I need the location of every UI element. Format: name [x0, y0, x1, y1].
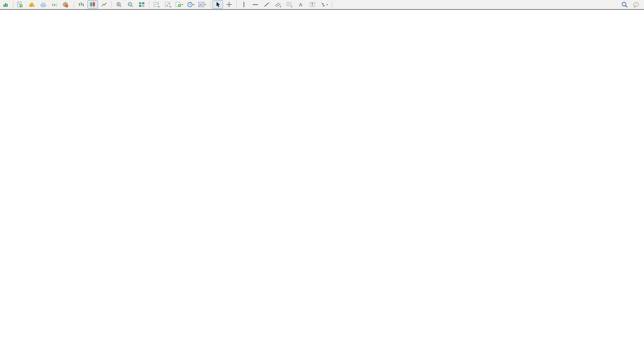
- line-chart-type-button[interactable]: [99, 0, 109, 9]
- chart-profile-button[interactable]: [197, 0, 208, 9]
- notifications-button[interactable]: [631, 0, 641, 9]
- add-indicator-icon: [176, 2, 183, 8]
- candlestick-type-button[interactable]: [87, 0, 98, 9]
- trendline-tool[interactable]: [261, 0, 272, 9]
- fibonacci-icon: F: [286, 2, 293, 8]
- new-order-button[interactable]: [15, 0, 26, 9]
- signal-button[interactable]: [49, 0, 60, 9]
- crosshair-icon: [226, 2, 232, 8]
- gold-button[interactable]: [27, 0, 37, 9]
- chart-columns-icon: [3, 2, 9, 8]
- horizontal-line-icon: [252, 2, 258, 8]
- toolbar-separator: [74, 1, 74, 8]
- horizontal-line-tool[interactable]: [250, 0, 261, 9]
- search-icon: [621, 2, 628, 8]
- clock-icon: [187, 2, 195, 8]
- svg-text:E: E: [280, 5, 281, 8]
- auto-trading-button[interactable]: [61, 0, 72, 9]
- candlestick-icon: [90, 2, 96, 8]
- indicator-chart-icon: [153, 2, 160, 8]
- community-button[interactable]: [38, 0, 49, 9]
- svg-text:T: T: [311, 2, 314, 7]
- toolbar-separator: [13, 1, 13, 8]
- chart-profile-icon: [198, 2, 207, 8]
- equidistant-channel-tool[interactable]: E: [273, 0, 283, 9]
- main-toolbar: E F A T: [0, 0, 644, 10]
- toolbar-separator: [210, 1, 210, 8]
- svg-text:F: F: [291, 6, 293, 8]
- trendline-icon: [264, 2, 270, 8]
- signal-icon: [51, 2, 58, 8]
- indicators-window-button[interactable]: [151, 0, 162, 9]
- vertical-line-tool[interactable]: [239, 0, 249, 9]
- zoom-out-button[interactable]: [125, 0, 136, 9]
- fibonacci-tool[interactable]: F: [284, 0, 295, 9]
- svg-text:A: A: [299, 2, 302, 8]
- mini-chart-icon[interactable]: [0, 0, 11, 9]
- cursor-tool-button[interactable]: [212, 0, 223, 9]
- bar-chart-type-button[interactable]: [76, 0, 87, 9]
- chat-bubble-icon: [633, 2, 639, 8]
- tile-windows-button[interactable]: [136, 0, 147, 9]
- text-icon: A: [298, 2, 304, 8]
- cloud-user-icon: [40, 2, 47, 8]
- toolbar-separator: [111, 1, 112, 8]
- text-label-icon: T: [309, 2, 315, 8]
- text-tool[interactable]: A: [296, 0, 306, 9]
- line-chart-icon: [101, 2, 107, 8]
- zoom-out-icon: [127, 2, 134, 8]
- search-button[interactable]: [619, 0, 630, 9]
- bar-chart-icon: [78, 2, 84, 8]
- toolbar-separator: [332, 1, 332, 8]
- text-label-tool[interactable]: T: [307, 0, 318, 9]
- channel-icon: E: [275, 2, 282, 8]
- arrows-tool[interactable]: [318, 0, 330, 9]
- toolbar-separator: [149, 1, 149, 8]
- add-indicator-button[interactable]: [174, 0, 185, 9]
- crosshair-tool-button[interactable]: [224, 0, 234, 9]
- indicator-list-icon: [165, 2, 171, 8]
- cursor-icon: [215, 2, 221, 8]
- zoom-in-icon: [116, 2, 122, 8]
- toolbar-separator: [236, 1, 237, 8]
- tile-windows-icon: [139, 2, 145, 8]
- indicators-list-button[interactable]: [163, 0, 173, 9]
- auto-trading-icon: [62, 2, 69, 8]
- new-order-icon: [17, 2, 23, 8]
- gold-bars-icon: [28, 2, 35, 8]
- chart-canvas[interactable]: [0, 0, 644, 358]
- timeframes-button[interactable]: [185, 0, 196, 9]
- arrows-icon: [320, 2, 328, 8]
- vertical-line-icon: [242, 2, 246, 8]
- zoom-in-button[interactable]: [114, 0, 124, 9]
